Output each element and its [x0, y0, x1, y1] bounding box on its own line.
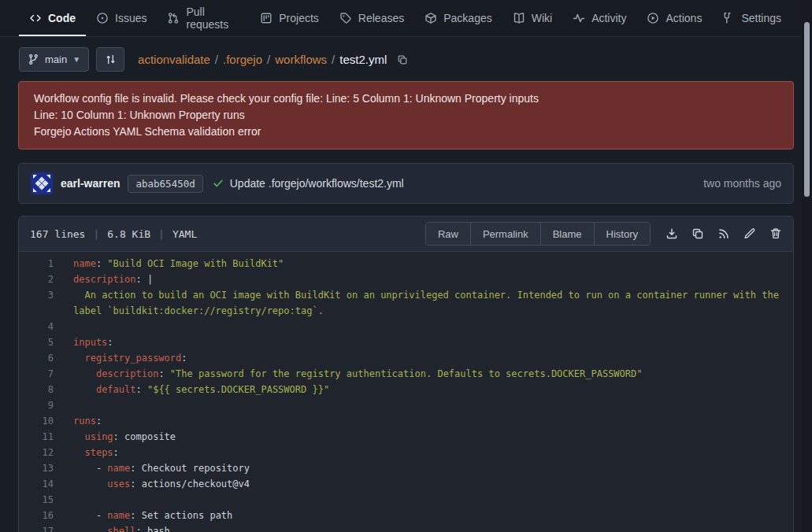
git-compare-icon [105, 54, 117, 65]
code-text [54, 397, 793, 413]
line-number[interactable]: 4 [19, 319, 54, 334]
avatar[interactable] [31, 172, 53, 194]
code-line: 7 description: "The password for the reg… [19, 366, 793, 382]
code-line: 14 uses: actions/checkout@v4 [19, 476, 793, 492]
line-number[interactable]: 17 [19, 523, 54, 532]
line-number[interactable]: 5 [19, 334, 54, 350]
code-text: registry_password: [54, 350, 793, 366]
tab-label: Code [48, 12, 76, 24]
commit-hash-badge[interactable]: abab65450d [128, 175, 202, 193]
copy-path-icon[interactable] [397, 54, 408, 65]
code-line: 2description: | [19, 272, 793, 287]
edit-pencil-icon[interactable] [743, 227, 756, 240]
tab-actions[interactable]: Actions [636, 0, 712, 36]
code-text: uses: actions/checkout@v4 [54, 476, 793, 492]
line-number[interactable]: 13 [19, 460, 54, 476]
code-text: - name: Set actions path [54, 508, 793, 523]
breadcrumb: actionvalidate / .forgejo / workflows / … [138, 53, 408, 66]
line-number[interactable]: 14 [19, 476, 54, 492]
repo-nav: Code Issues Pull requests Projects Relea… [0, 0, 812, 37]
code-lines: 1name: "Build OCI Image with BuildKit"2d… [19, 252, 793, 532]
commit-status-check-icon[interactable] [213, 178, 224, 189]
tab-code[interactable]: Code [19, 0, 86, 36]
file-header: 167 lines | 6.8 KiB | YAML Raw Permalink… [19, 216, 793, 252]
permalink-button[interactable]: Permalink [470, 223, 540, 245]
code-text [54, 319, 793, 334]
latest-commit-bar: earl-warren abab65450d Update .forgejo/w… [18, 163, 794, 204]
code-text: using: composite [54, 429, 793, 445]
line-number[interactable]: 1 [19, 256, 54, 272]
tab-issues[interactable]: Issues [86, 0, 157, 36]
rss-feed-icon[interactable] [717, 227, 730, 240]
line-number[interactable]: 8 [19, 382, 54, 397]
breadcrumb-dir-link[interactable]: .forgejo [223, 53, 262, 66]
delete-trash-icon[interactable] [769, 227, 782, 240]
meta-divider: | [158, 228, 165, 240]
line-number[interactable]: 15 [19, 492, 54, 508]
tab-label: Activity [591, 12, 626, 24]
play-circle-icon [647, 12, 659, 24]
breadcrumb-separator: / [267, 53, 270, 66]
commit-message[interactable]: Update .forgejo/workflows/test2.yml [230, 177, 404, 190]
tab-wiki[interactable]: Wiki [502, 0, 562, 36]
download-icon[interactable] [666, 227, 678, 240]
code-line: 12 steps: [19, 445, 793, 460]
file-toolbar: main ▼ actionvalidate / .forgejo / workf… [0, 37, 812, 81]
tab-settings[interactable]: Settings [712, 0, 792, 36]
branch-name: main [45, 54, 67, 65]
project-board-icon [260, 12, 273, 24]
breadcrumb-dir-link[interactable]: workflows [275, 53, 327, 66]
breadcrumb-current-file: test2.yml [339, 53, 387, 66]
error-line: Forgejo Actions YAML Schema validation e… [34, 124, 778, 140]
error-line: Workflow config file is invalid. Please … [34, 91, 778, 107]
line-number[interactable]: 16 [19, 508, 54, 523]
code-text: - name: Checkout repository [54, 460, 793, 476]
line-number[interactable]: 11 [19, 429, 54, 445]
commit-author[interactable]: earl-warren [61, 177, 120, 190]
code-line: 8 default: "${{ secrets.DOCKER_PASSWORD … [19, 382, 793, 397]
tab-pull-requests[interactable]: Pull requests [157, 0, 250, 36]
line-number[interactable]: 6 [19, 350, 54, 366]
code-text: runs: [54, 413, 793, 429]
breadcrumb-repo-link[interactable]: actionvalidate [138, 53, 210, 66]
book-icon [513, 12, 525, 24]
code-text: default: "${{ secrets.DOCKER_PASSWORD }}… [54, 382, 793, 397]
code-text: name: "Build OCI Image with BuildKit" [54, 256, 793, 272]
branch-selector[interactable]: main ▼ [19, 47, 89, 72]
tab-releases[interactable]: Releases [329, 0, 414, 36]
tab-activity[interactable]: Activity [562, 0, 636, 36]
file-view-button-group: Raw Permalink Blame History [425, 222, 651, 246]
code-text: description: "The password for the regis… [54, 366, 793, 382]
meta-divider: | [93, 228, 99, 240]
compare-button[interactable] [96, 47, 124, 72]
blame-button[interactable]: Blame [540, 223, 594, 245]
tab-projects[interactable]: Projects [250, 0, 329, 36]
workflow-error-banner: Workflow config file is invalid. Please … [18, 81, 794, 150]
raw-button[interactable]: Raw [426, 223, 470, 245]
code-line: 6 registry_password: [19, 350, 793, 366]
page-scrollbar-thumb[interactable] [804, 22, 810, 197]
settings-icon [722, 12, 735, 24]
line-number[interactable]: 2 [19, 272, 54, 287]
tab-label: Packages [443, 12, 491, 24]
line-number[interactable]: 3 [19, 287, 54, 319]
error-line: Line: 10 Column 1: Unknown Property runs [34, 107, 778, 124]
file-language: YAML [172, 228, 197, 240]
code-line: 13 - name: Checkout repository [19, 460, 793, 476]
code-line: 4 [19, 319, 793, 334]
code-text [54, 492, 793, 508]
line-number[interactable]: 9 [19, 397, 54, 413]
file-size: 6.8 KiB [107, 228, 150, 240]
code-line: 15 [19, 492, 793, 508]
line-number[interactable]: 12 [19, 445, 54, 460]
code-line: 11 using: composite [19, 429, 793, 445]
tab-packages[interactable]: Packages [414, 0, 502, 36]
code-line: 16 - name: Set actions path [19, 508, 793, 523]
copy-file-icon[interactable] [691, 227, 704, 240]
line-number[interactable]: 10 [19, 413, 54, 429]
code-text: shell: bash [54, 523, 793, 532]
line-number[interactable]: 7 [19, 366, 54, 382]
commit-time: two months ago [703, 177, 781, 190]
tab-label: Issues [115, 12, 146, 24]
history-button[interactable]: History [594, 223, 650, 245]
